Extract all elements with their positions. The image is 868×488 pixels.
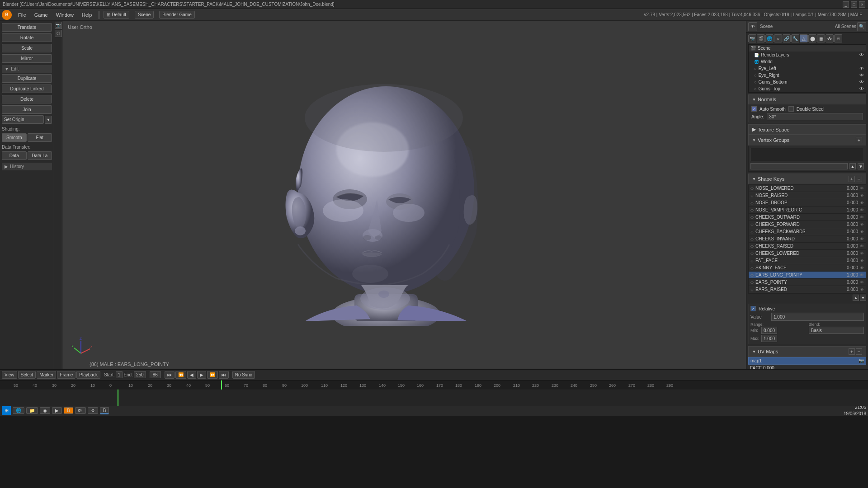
max-field[interactable]: 1.000 <box>761 335 777 342</box>
edit-section-header[interactable]: ▼ Edit <box>2 65 52 73</box>
shape-key-item-cheeks_raised[interactable]: ◇ CHEEKS_RAISED 0.000 👁 <box>749 243 866 250</box>
timeline-frame-button[interactable]: Frame <box>57 371 75 379</box>
vertex-groups-add-button[interactable]: + <box>856 137 862 143</box>
uv-maps-add-button[interactable]: + <box>849 348 855 355</box>
tree-item-eyeright[interactable]: ○ Eye_Right 👁 <box>749 72 866 79</box>
data-button[interactable]: Data <box>2 151 27 160</box>
taskbar-chrome[interactable]: ◉ <box>40 407 50 414</box>
texture-icon[interactable]: ▦ <box>817 34 825 42</box>
timeline-playback-button[interactable]: Playback <box>76 371 100 379</box>
shape-keys-up-button[interactable]: ▲ <box>853 295 859 301</box>
shape-key-item-cheeks_outward[interactable]: ◇ CHEEKS_OUTWARD 0.000 👁 <box>749 214 866 221</box>
angle-input[interactable]: 30° <box>767 113 863 120</box>
vertex-groups-input[interactable] <box>750 163 848 169</box>
search-button[interactable]: 🔍 <box>857 22 866 31</box>
taskbar-ie[interactable]: 🌐 <box>13 407 24 414</box>
taskbar-files[interactable]: 📁 <box>26 407 38 414</box>
shape-keys-remove-button[interactable]: − <box>856 176 862 182</box>
double-sided-checkbox[interactable] <box>788 106 794 112</box>
vtool-camera[interactable]: 📷 <box>55 22 62 29</box>
shape-key-item-nose_raised[interactable]: ◇ NOSE_RAISED 0.000 👁 <box>749 192 866 199</box>
shape-key-item-cheeks_lowered[interactable]: ◇ CHEEKS_LOWERED 0.000 👁 <box>749 250 866 257</box>
mirror-button[interactable]: Mirror <box>2 54 52 63</box>
data-la-button[interactable]: Data La <box>28 151 52 160</box>
menu-window[interactable]: Window <box>52 11 77 19</box>
menu-file[interactable]: File <box>14 11 30 19</box>
shape-key-item-cheeks_backwards[interactable]: ◇ CHEEKS_BACKWARDS 0.000 👁 <box>749 228 866 235</box>
taskbar-media[interactable]: ▶ <box>52 407 62 414</box>
shape-key-item-cheeks_inward[interactable]: ◇ CHEEKS_INWARD 0.000 👁 <box>749 235 866 243</box>
normals-header[interactable]: ▼ Normals <box>748 94 866 104</box>
view-button[interactable]: 👁 <box>748 22 757 31</box>
shape-key-item-ears_long_pointy[interactable]: ◇ EARS_LONG_POINTY 1.000 👁 <box>749 272 866 279</box>
relative-checkbox[interactable]: ✓ <box>750 306 756 311</box>
windows-start-button[interactable]: ⊞ <box>2 406 11 415</box>
duplicate-linked-button[interactable]: Duplicate Linked <box>2 84 52 93</box>
start-input[interactable]: 1 <box>116 371 123 378</box>
uv-maps-remove-button[interactable]: − <box>856 348 862 355</box>
rotate-button[interactable]: Rotate <box>2 33 52 42</box>
timeline-ruler[interactable]: 50 40 30 20 10 0 10 20 30 40 50 60 70 80… <box>0 380 868 389</box>
viewport-3d[interactable]: User Ortho <box>62 21 746 369</box>
shape-key-item-nose_vampireor-c[interactable]: ◇ NOSE_VAMPIREOR C 1.000 👁 <box>749 206 866 214</box>
taskbar-store[interactable]: 🛍 <box>75 407 86 414</box>
minimize-button[interactable]: _ <box>843 1 849 8</box>
min-field[interactable]: 0.000 <box>761 327 777 334</box>
scale-button[interactable]: Scale <box>2 44 52 52</box>
uv-map-item-map1[interactable]: map1 📷 <box>748 357 866 365</box>
set-origin-button[interactable]: Set Origin <box>2 115 44 124</box>
shape-keys-down-button[interactable]: ▼ <box>860 295 866 301</box>
world-icon[interactable]: 🌐 <box>765 34 774 42</box>
texture-space-header[interactable]: ▶ Texture Space <box>748 124 866 135</box>
timeline-marker-button[interactable]: Marker <box>37 371 56 379</box>
sync-dropdown[interactable]: No Sync <box>232 371 255 379</box>
jump-start-button[interactable]: ⏮ <box>165 371 175 379</box>
next-frame-button[interactable]: ⏩ <box>207 371 218 379</box>
engine-selector[interactable]: Blender Game <box>159 11 194 19</box>
tree-item-gumstop[interactable]: ○ Gums_Top 👁 <box>749 85 866 92</box>
close-button[interactable]: × <box>859 1 865 8</box>
timeline-select-button[interactable]: Select <box>18 371 36 379</box>
vertex-groups-scroll-down[interactable]: ▼ <box>858 163 864 169</box>
shape-keys-header[interactable]: ▼ Shape Keys + − <box>748 174 866 184</box>
shape-key-item-nose_droop[interactable]: ◇ NOSE_DROOP 0.000 👁 <box>749 199 866 206</box>
tree-item-gumsbottom[interactable]: ○ Gums_Bottom 👁 <box>749 79 866 85</box>
constraint-icon[interactable]: 🔗 <box>783 34 791 42</box>
end-input[interactable]: 250 <box>134 371 146 378</box>
history-header[interactable]: ▶ History <box>2 163 52 170</box>
timeline-view-button[interactable]: View <box>2 371 17 379</box>
set-origin-dropdown[interactable]: ▼ <box>45 116 52 124</box>
render-icon[interactable]: 📷 <box>748 34 756 42</box>
current-frame-input[interactable]: 86 <box>150 371 161 378</box>
tree-item-world[interactable]: 🌐 World <box>749 58 866 65</box>
delete-button[interactable]: Delete <box>2 95 52 103</box>
taskbar-settings[interactable]: ⚙ <box>88 407 98 414</box>
auto-smooth-checkbox[interactable]: ✓ <box>751 106 757 112</box>
uv-maps-header[interactable]: ▼ UV Maps + − <box>748 346 866 357</box>
prev-frame-button[interactable]: ⏪ <box>175 371 186 379</box>
scene-selector[interactable]: Scene <box>135 11 154 19</box>
shape-key-item-skinny_face[interactable]: ◇ SKINNY_FACE 0.000 👁 <box>749 264 866 272</box>
shape-key-item-fat_face[interactable]: ◇ FAT_FACE 0.000 👁 <box>749 257 866 264</box>
shape-key-item-cheeks_forward[interactable]: ◇ CHEEKS_FORWARD 0.000 👁 <box>749 221 866 228</box>
object-icon[interactable]: ○ <box>774 34 782 42</box>
translate-button[interactable]: Translate <box>2 23 52 32</box>
material-icon[interactable]: ⬤ <box>808 34 816 42</box>
duplicate-button[interactable]: Duplicate <box>2 74 52 83</box>
flat-button[interactable]: Flat <box>28 133 52 142</box>
value-field[interactable]: 1.000 <box>771 313 864 321</box>
particle-icon[interactable]: ⁂ <box>826 34 834 42</box>
scene-icon[interactable]: 🎬 <box>757 34 765 42</box>
vtool-mesh[interactable]: ⬡ <box>55 30 62 37</box>
physics-icon[interactable]: ⚛ <box>834 34 842 42</box>
modifier-icon[interactable]: 🔧 <box>791 34 799 42</box>
taskbar-blender-active[interactable]: B <box>100 407 109 414</box>
play-reverse-button[interactable]: ◀ <box>187 371 196 379</box>
taskbar-blender-orange[interactable]: B <box>64 407 73 414</box>
workspace-selector[interactable]: ⊞ Default <box>104 11 129 19</box>
smooth-button[interactable]: Smooth <box>2 133 27 142</box>
menu-game[interactable]: Game <box>31 11 52 19</box>
shape-key-item-ears_pointy[interactable]: ◇ EARS_POINTY 0.000 👁 <box>749 279 866 286</box>
tree-item-eyeleft[interactable]: ○ Eye_Left 👁 <box>749 65 866 72</box>
shape-key-item-nose_lowered[interactable]: ◇ NOSE_LOWERED 0.000 👁 <box>749 185 866 192</box>
